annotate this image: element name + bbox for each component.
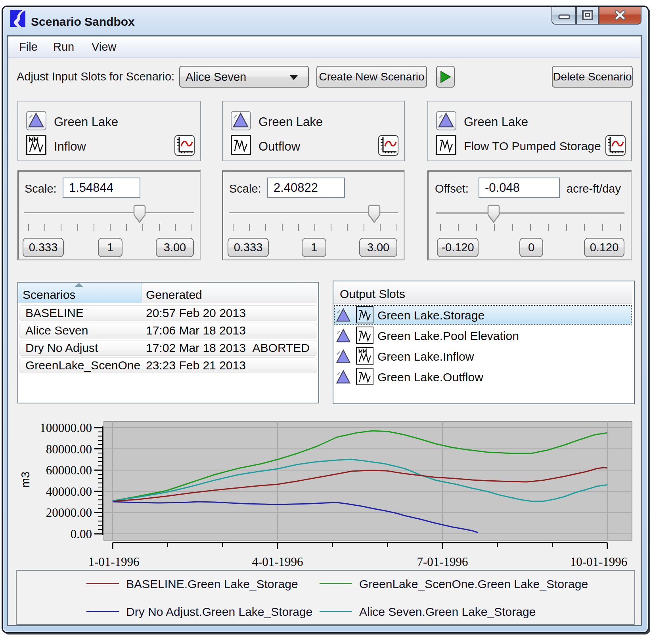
svg-text:0.00: 0.00	[71, 527, 92, 541]
svg-text:1-01-1996: 1-01-1996	[88, 555, 139, 569]
svg-text:4-01-1996: 4-01-1996	[252, 555, 303, 569]
svg-text:100000.00: 100000.00	[40, 421, 92, 435]
svg-text:10-01-1996: 10-01-1996	[570, 555, 628, 569]
svg-text:40000.00: 40000.00	[46, 485, 92, 499]
svg-text:20000.00: 20000.00	[46, 506, 92, 520]
svg-text:7-01-1996: 7-01-1996	[417, 555, 468, 569]
svg-text:80000.00: 80000.00	[46, 442, 92, 456]
svg-text:m3: m3	[19, 472, 32, 487]
svg-text:60000.00: 60000.00	[46, 463, 92, 477]
